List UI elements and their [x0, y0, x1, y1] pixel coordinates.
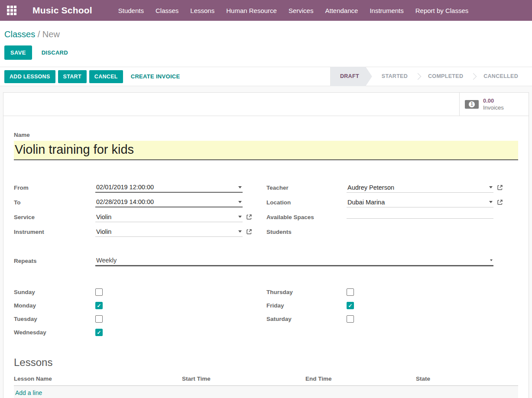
day-row-thursday: Thursday: [266, 285, 503, 299]
teacher-label: Teacher: [266, 184, 347, 191]
to-value: 02/28/2019 14:00:00: [96, 198, 154, 205]
cancel-button[interactable]: CANCEL: [89, 70, 123, 83]
add-lessons-button[interactable]: ADD LESSONS: [4, 70, 55, 83]
invoices-count: 0.00: [483, 97, 504, 104]
chevron-down-icon[interactable]: [238, 186, 242, 188]
wednesday-checkbox[interactable]: [95, 329, 103, 336]
stage-cancelled[interactable]: CANCELLED: [474, 67, 528, 86]
fields-grid: From 02/01/2019 12:00:00 To 02/28/2019 1…: [14, 180, 518, 239]
sheet-content: Name From 02/01/2019 12:00:00 To: [3, 116, 529, 398]
day-row-monday: Monday: [14, 299, 254, 312]
money-bill-icon: 1: [465, 100, 479, 109]
repeats-label: Repeats: [14, 258, 95, 264]
statusbar-actions: ADD LESSONS START CANCEL CREATE INVOICE: [0, 67, 180, 86]
add-a-line-row[interactable]: Add a line: [14, 386, 518, 398]
menu-human-resource[interactable]: Human Resource: [226, 7, 277, 14]
to-label: To: [14, 199, 95, 206]
service-select[interactable]: Violin: [95, 212, 243, 222]
column-start-time: Start Time: [182, 375, 305, 382]
repeats-select[interactable]: Weekly: [95, 256, 493, 266]
instrument-select[interactable]: Violin: [95, 227, 243, 237]
monday-label: Monday: [14, 302, 95, 309]
menu-instruments[interactable]: Instruments: [370, 7, 403, 14]
chevron-down-icon[interactable]: [490, 259, 493, 261]
menu-lessons[interactable]: Lessons: [190, 7, 214, 14]
from-datetime-input[interactable]: 02/01/2019 12:00:00: [95, 182, 243, 193]
column-state: State: [416, 375, 518, 382]
add-a-line-link[interactable]: Add a line: [15, 389, 42, 396]
field-row-available-spaces: Available Spaces: [266, 210, 503, 224]
statusbar: ADD LESSONS START CANCEL CREATE INVOICE …: [0, 67, 532, 86]
menu-services[interactable]: Services: [289, 7, 314, 14]
available-spaces-input[interactable]: [347, 216, 493, 219]
status-pipeline: DRAFT STARTED COMPLETED CANCELLED: [330, 67, 532, 86]
location-select[interactable]: Dubai Marina: [347, 197, 493, 207]
external-link-icon[interactable]: [246, 229, 252, 235]
external-link-icon[interactable]: [246, 214, 252, 220]
create-invoice-button[interactable]: CREATE INVOICE: [131, 73, 180, 80]
fields-column-right: Teacher Audrey Peterson Location: [266, 180, 518, 239]
day-row-tuesday: Tuesday: [14, 312, 254, 326]
stage-completed[interactable]: COMPLETED: [418, 67, 473, 86]
chevron-down-icon[interactable]: [489, 201, 493, 203]
lessons-section: Lessons Lesson Name Start Time End Time …: [14, 356, 518, 398]
repeats-value: Weekly: [96, 257, 117, 264]
sheet-background: 1 0.00 Invoices Name From 02/01: [0, 86, 532, 398]
day-row-friday: Friday: [266, 299, 503, 312]
students-tags-input[interactable]: [347, 230, 493, 233]
field-row-location: Location Dubai Marina: [266, 195, 503, 210]
menu-students[interactable]: Students: [118, 7, 144, 14]
friday-checkbox[interactable]: [347, 302, 354, 309]
save-button[interactable]: SAVE: [4, 45, 32, 60]
name-label: Name: [14, 132, 518, 138]
field-row-students: Students: [266, 224, 503, 239]
menu-attendance[interactable]: Attendance: [325, 7, 358, 14]
breadcrumb-classes[interactable]: Classes: [4, 29, 35, 39]
button-box: 1 0.00 Invoices: [3, 93, 529, 116]
discard-button[interactable]: DISCARD: [42, 49, 68, 56]
teacher-select[interactable]: Audrey Peterson: [347, 183, 493, 193]
saturday-checkbox[interactable]: [347, 315, 354, 323]
thursday-label: Thursday: [266, 289, 347, 295]
location-label: Location: [266, 199, 347, 206]
chevron-down-icon[interactable]: [238, 201, 242, 203]
column-end-time: End Time: [305, 375, 416, 382]
field-row-service: Service Violin: [14, 210, 254, 224]
chevron-down-icon[interactable]: [489, 186, 493, 188]
from-label: From: [14, 184, 95, 191]
name-input[interactable]: [14, 141, 518, 160]
stage-draft[interactable]: DRAFT: [331, 67, 372, 86]
stage-started[interactable]: STARTED: [372, 67, 417, 86]
control-panel-buttons: SAVE DISCARD: [4, 45, 528, 60]
weekday-checkboxes: Sunday Monday Tuesday Wednesday: [14, 285, 518, 339]
saturday-label: Saturday: [266, 316, 347, 322]
menu-report-by-classes[interactable]: Report by Classes: [415, 7, 469, 14]
form-sheet: 1 0.00 Invoices Name From 02/01: [3, 92, 529, 398]
field-row-to: To 02/28/2019 14:00:00: [14, 195, 254, 210]
external-link-icon[interactable]: [497, 184, 503, 191]
breadcrumb-current: New: [42, 29, 60, 39]
instrument-label: Instrument: [14, 229, 95, 235]
monday-checkbox[interactable]: [95, 302, 103, 309]
invoices-stat-button[interactable]: 1 0.00 Invoices: [459, 93, 529, 116]
chevron-down-icon[interactable]: [238, 216, 242, 218]
main-menu: Students Classes Lessons Human Resource …: [118, 7, 469, 14]
lessons-table: Lesson Name Start Time End Time State Ad…: [14, 375, 518, 398]
top-navbar: Music School Students Classes Lessons Hu…: [0, 0, 532, 21]
menu-classes[interactable]: Classes: [156, 7, 178, 14]
sunday-label: Sunday: [14, 289, 95, 295]
fields-column-left: From 02/01/2019 12:00:00 To 02/28/2019 1…: [14, 180, 254, 239]
available-spaces-label: Available Spaces: [266, 214, 347, 220]
external-link-icon[interactable]: [497, 199, 503, 205]
field-row-instrument: Instrument Violin: [14, 224, 254, 239]
sunday-checkbox[interactable]: [95, 288, 103, 296]
chevron-down-icon[interactable]: [238, 230, 242, 233]
column-lesson-name: Lesson Name: [14, 375, 182, 382]
thursday-checkbox[interactable]: [347, 288, 354, 296]
tuesday-checkbox[interactable]: [95, 315, 103, 323]
apps-grid-icon[interactable]: [7, 6, 17, 16]
lessons-table-header: Lesson Name Start Time End Time State: [14, 375, 518, 386]
to-datetime-input[interactable]: 02/28/2019 14:00:00: [95, 197, 243, 207]
start-button[interactable]: START: [58, 70, 87, 83]
days-column-right: Thursday Friday Saturday: [266, 285, 518, 339]
